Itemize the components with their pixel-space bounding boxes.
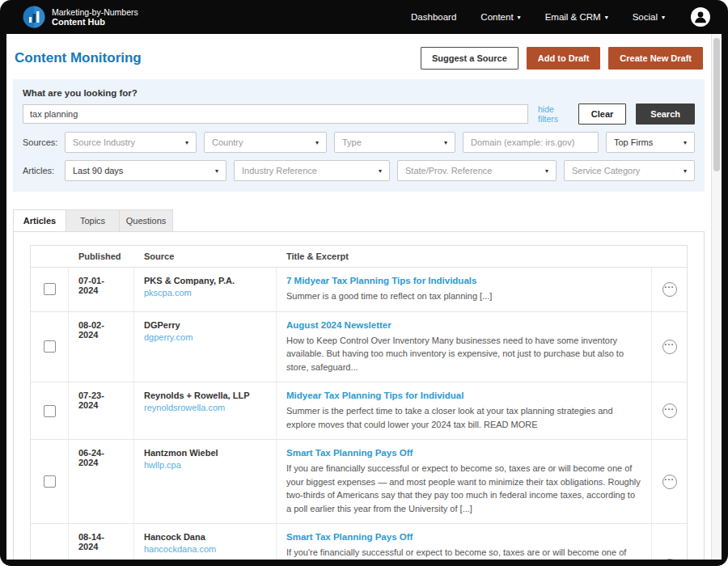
published-date: 07-01-2024 [69, 268, 134, 311]
brand-name: Marketing-by-Numbers [52, 7, 138, 17]
source-cell: PKS & Company, P.A. pkscpa.com [134, 268, 277, 311]
row-actions-cell [652, 312, 687, 382]
user-avatar-icon[interactable] [691, 7, 710, 27]
table-header-row: Published Source Title & Excerpt [31, 246, 687, 268]
filter-type-value: Type [342, 137, 362, 147]
nav-social[interactable]: Social ▾ [633, 12, 665, 22]
row-checkbox[interactable] [44, 340, 56, 353]
ellipsis-in-circle-icon[interactable] [662, 559, 677, 560]
article-title-link[interactable]: Midyear Tax Planning Tips for Individual [286, 391, 641, 400]
row-actions-cell [652, 268, 687, 311]
nav-social-label: Social [633, 12, 658, 22]
chevron-down-icon: ▾ [545, 167, 548, 175]
chevron-down-icon: ▾ [215, 167, 218, 175]
sources-filter-row: Sources: Source Industry ▾ Country ▾ Typ… [23, 132, 695, 153]
filter-date-range[interactable]: Last 90 days ▾ [65, 160, 226, 181]
published-date: 06-24-2024 [69, 440, 134, 523]
article-title-link[interactable]: 7 Midyear Tax Planning Tips for Individu… [286, 276, 641, 285]
article-title-link[interactable]: Smart Tax Planning Pays Off [286, 448, 641, 458]
chevron-down-icon: ▾ [684, 139, 687, 146]
table-row: 06-24-2024 Hantzmon Wiebel hwllp.cpa Sma… [31, 440, 687, 524]
article-title-link[interactable]: August 2024 Newsletter [286, 320, 641, 330]
title-excerpt-cell: Smart Tax Planning Pays Off If you are f… [277, 440, 652, 523]
chevron-down-icon: ▾ [185, 139, 188, 146]
source-domain-link[interactable]: hancockdana.com [144, 544, 216, 554]
ellipsis-in-circle-icon[interactable] [662, 475, 677, 489]
filter-industry-reference[interactable]: Industry Reference ▾ [234, 160, 390, 181]
tab-bar: Articles Topics Questions [13, 209, 705, 231]
source-cell: DGPerry dgperry.com [134, 312, 277, 382]
filter-domain-input[interactable] [463, 132, 599, 153]
article-title-link[interactable]: Smart Tax Planning Pays Off [286, 532, 641, 542]
search-button[interactable]: Search [636, 103, 695, 125]
table-row: 07-23-2024 Reynolds + Rowella, LLP reyno… [31, 382, 687, 440]
tab-articles[interactable]: Articles [13, 209, 66, 231]
source-cell: Reynolds + Rowella, LLP reynoldsrowella.… [134, 382, 277, 439]
checkbox-column-header [31, 246, 69, 267]
row-checkbox[interactable] [44, 405, 56, 417]
search-label: What are you looking for? [23, 88, 695, 98]
articles-tab-panel: Published Source Title & Excerpt 07-01-2… [13, 231, 705, 560]
filter-country[interactable]: Country ▾ [204, 132, 327, 153]
source-domain-link[interactable]: reynoldsrowella.com [144, 403, 225, 412]
row-checkbox-cell [31, 268, 69, 311]
chevron-down-icon: ▾ [662, 14, 665, 21]
row-checkbox-cell [31, 382, 69, 439]
nav-content[interactable]: Content ▾ [480, 12, 520, 22]
article-excerpt: If you are financially successful or exp… [286, 462, 641, 515]
source-domain-link[interactable]: pkscpa.com [144, 288, 192, 298]
app-window: Marketing-by-Numbers Content Hub Dashboa… [0, 0, 728, 566]
source-domain-link[interactable]: dgperry.com [144, 332, 193, 342]
filter-type[interactable]: Type ▾ [334, 132, 455, 153]
nav-email-crm-label: Email & CRM [545, 12, 601, 22]
tab-questions[interactable]: Questions [120, 209, 173, 231]
suggest-source-button[interactable]: Suggest a Source [421, 47, 518, 70]
row-checkbox-cell [31, 440, 69, 523]
search-input[interactable] [23, 104, 528, 124]
articles-filter-row: Articles: Last 90 days ▾ Industry Refere… [23, 160, 695, 181]
clear-button[interactable]: Clear [578, 103, 627, 125]
row-actions-cell [652, 524, 687, 560]
filter-top-firms[interactable]: Top Firms ▾ [606, 132, 695, 153]
sources-row-label: Sources: [23, 137, 57, 147]
filter-source-industry-value: Source Industry [73, 137, 135, 147]
ellipsis-in-circle-icon[interactable] [662, 282, 677, 297]
row-checkbox[interactable] [44, 283, 56, 295]
published-date: 07-23-2024 [69, 382, 134, 439]
articles-table-body: 07-01-2024 PKS & Company, P.A. pkscpa.co… [31, 268, 687, 560]
title-excerpt-column-header: Title & Excerpt [277, 246, 652, 267]
chevron-down-icon: ▾ [315, 139, 319, 146]
row-checkbox[interactable] [44, 475, 56, 488]
scrollbar-thumb[interactable] [713, 38, 720, 171]
chevron-down-icon: ▾ [605, 14, 608, 21]
bar-chart-logo-icon [23, 6, 45, 28]
published-column-header: Published [69, 246, 134, 267]
filter-source-industry[interactable]: Source Industry ▾ [65, 132, 197, 153]
nav-email-crm[interactable]: Email & CRM ▾ [545, 12, 608, 22]
tab-topics[interactable]: Topics [66, 209, 120, 231]
ellipsis-in-circle-icon[interactable] [662, 403, 677, 418]
nav-dashboard[interactable]: Dashboard [411, 12, 456, 22]
vertical-scrollbar[interactable] [711, 34, 722, 560]
title-excerpt-cell: Midyear Tax Planning Tips for Individual… [277, 382, 652, 439]
row-actions-cell [652, 382, 687, 439]
top-nav: Marketing-by-Numbers Content Hub Dashboa… [6, 0, 722, 34]
filter-service-category[interactable]: Service Category ▾ [564, 160, 695, 181]
filter-service-category-value: Service Category [572, 166, 640, 175]
viewport: Marketing-by-Numbers Content Hub Dashboa… [6, 0, 722, 560]
brand-logo-block[interactable]: Marketing-by-Numbers Content Hub [23, 6, 138, 28]
actions-column-header [652, 246, 687, 267]
create-new-draft-button[interactable]: Create New Draft [608, 47, 703, 70]
chevron-down-icon: ▾ [684, 167, 687, 175]
filter-state-reference[interactable]: State/Prov. Reference ▾ [397, 160, 557, 181]
add-to-draft-button[interactable]: Add to Draft [527, 47, 601, 70]
filter-top-firms-value: Top Firms [614, 137, 653, 147]
nav-dashboard-label: Dashboard [411, 12, 456, 22]
source-domain-link[interactable]: hwllp.cpa [144, 460, 181, 470]
main-content: Content Monitoring Suggest a Source Add … [6, 34, 722, 560]
hide-filters-link[interactable]: hide filters [538, 104, 569, 124]
chevron-down-icon: ▾ [518, 14, 521, 21]
source-cell: Hantzmon Wiebel hwllp.cpa [134, 440, 277, 523]
page-head: Content Monitoring Suggest a Source Add … [13, 34, 705, 79]
ellipsis-in-circle-icon[interactable] [662, 340, 677, 354]
